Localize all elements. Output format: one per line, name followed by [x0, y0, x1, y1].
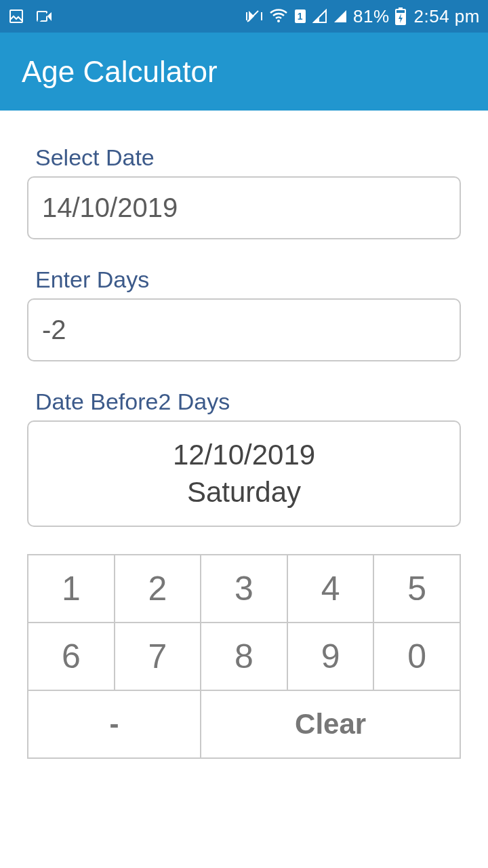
key-7[interactable]: 7: [115, 623, 201, 690]
app-bar: Age Calculator: [0, 33, 488, 111]
key-8[interactable]: 8: [201, 623, 287, 690]
sim1-icon: 1: [293, 8, 307, 24]
result-day: Saturday: [42, 474, 446, 511]
key-4[interactable]: 4: [287, 555, 374, 623]
key-2[interactable]: 2: [115, 555, 201, 623]
keypad: 1 2 3 4 5 6 7 8 9 0 -Clear: [27, 554, 461, 759]
svg-text:1: 1: [298, 11, 303, 22]
status-bar: 1 81% 2:54 pm: [0, 0, 488, 33]
gallery-icon: [8, 8, 24, 24]
key-3[interactable]: 3: [201, 555, 287, 623]
signal1-icon: [312, 9, 327, 24]
app-title: Age Calculator: [22, 55, 218, 89]
video-off-icon: [37, 9, 53, 23]
select-date-input[interactable]: 14/10/2019: [27, 176, 461, 239]
svg-point-4: [277, 20, 280, 22]
main-content: Select Date 14/10/2019 Enter Days -2 Dat…: [0, 111, 488, 759]
enter-days-label: Enter Days: [35, 267, 461, 293]
key-5[interactable]: 5: [373, 555, 460, 623]
key-0[interactable]: 0: [373, 623, 460, 690]
wifi-icon: [269, 9, 288, 24]
svg-rect-0: [10, 10, 22, 22]
key-9[interactable]: 9: [287, 623, 374, 690]
vibrate-icon: [245, 8, 264, 24]
result-box: 12/10/2019 Saturday: [27, 420, 461, 527]
key-clear[interactable]: Clear: [201, 690, 460, 758]
svg-rect-8: [399, 7, 403, 9]
enter-days-input[interactable]: -2: [27, 298, 461, 361]
select-date-label: Select Date: [35, 144, 461, 171]
result-label: Date Before2 Days: [35, 389, 461, 415]
signal2-icon: [333, 9, 348, 24]
key-1[interactable]: 1: [28, 555, 115, 623]
battery-percentage: 81%: [353, 6, 390, 27]
key-minus[interactable]: -: [28, 690, 201, 758]
battery-charging-icon: [395, 7, 406, 25]
key-6[interactable]: 6: [28, 623, 115, 690]
result-date: 12/10/2019: [42, 437, 446, 474]
clock-time: 2:54 pm: [414, 6, 480, 27]
